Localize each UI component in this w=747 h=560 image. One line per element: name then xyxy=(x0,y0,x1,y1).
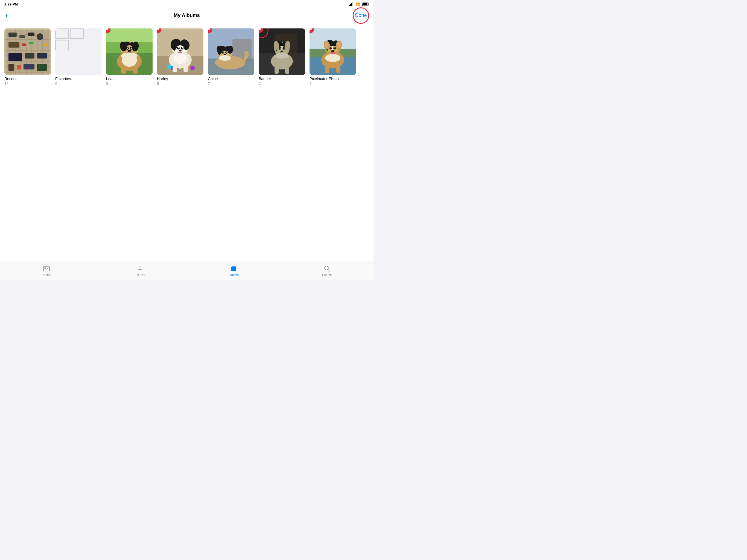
svg-point-63 xyxy=(121,52,137,59)
album-count-banner: 2 xyxy=(259,81,305,85)
tab-search[interactable]: Search xyxy=(315,263,338,279)
svg-point-105 xyxy=(219,55,231,61)
svg-point-59 xyxy=(128,50,131,52)
album-thumbnail-favorites xyxy=(55,28,102,75)
album-item-chloe[interactable]: − xyxy=(208,28,254,85)
page-title: My Albums xyxy=(174,12,200,18)
svg-rect-6 xyxy=(368,4,369,5)
tab-albums-label: Albums xyxy=(229,273,239,276)
svg-line-159 xyxy=(328,269,330,271)
album-count-pixelmator: 2 xyxy=(310,81,356,85)
svg-rect-41 xyxy=(24,64,34,70)
svg-rect-88 xyxy=(173,66,177,72)
svg-rect-125 xyxy=(259,28,305,75)
svg-rect-7 xyxy=(363,3,367,5)
album-name-leah: Leah xyxy=(106,77,153,81)
photos-icon xyxy=(43,265,50,272)
album-name-favorites: Favorites xyxy=(55,77,102,81)
svg-rect-39 xyxy=(8,64,14,71)
album-name-harley: Harley xyxy=(157,77,203,81)
done-button[interactable]: Done xyxy=(353,7,369,24)
svg-point-151 xyxy=(139,266,141,268)
album-thumbnail-recents xyxy=(4,28,51,75)
album-thumbnail-leah: − xyxy=(106,28,153,75)
album-thumbnail-banner: − xyxy=(259,28,305,75)
albums-grid: Recents 34 Favorites 0 xyxy=(4,28,369,85)
svg-point-83 xyxy=(179,50,182,52)
svg-point-82 xyxy=(182,47,183,48)
album-count-chloe: 7 xyxy=(208,81,254,85)
album-item-pixelmator[interactable]: − xyxy=(310,28,356,85)
svg-rect-64 xyxy=(121,67,126,74)
status-bar: 2:29 PM 📶 xyxy=(0,0,374,8)
svg-point-138 xyxy=(331,47,332,48)
album-count-leah: 8 xyxy=(106,81,153,85)
svg-point-146 xyxy=(325,54,340,62)
album-name-pixelmator: Pixelmator Photo xyxy=(310,77,356,81)
svg-rect-29 xyxy=(28,32,34,36)
svg-line-154 xyxy=(138,265,138,266)
svg-point-81 xyxy=(178,47,179,48)
svg-rect-32 xyxy=(22,44,26,46)
favorites-placeholder xyxy=(55,28,102,50)
tab-albums[interactable]: Albums xyxy=(222,263,245,279)
svg-point-58 xyxy=(131,48,132,49)
albums-icon xyxy=(230,265,237,272)
svg-text:📶: 📶 xyxy=(356,2,360,6)
svg-rect-31 xyxy=(8,42,19,48)
tab-bar: Photos For You Albums Search xyxy=(0,261,374,280)
svg-rect-36 xyxy=(8,53,22,61)
main-content: Recents 34 Favorites 0 xyxy=(0,23,374,261)
svg-rect-48 xyxy=(106,28,153,42)
svg-rect-42 xyxy=(37,64,47,71)
svg-rect-147 xyxy=(325,66,329,73)
wifi-icon: 📶 xyxy=(356,2,361,6)
svg-point-100 xyxy=(223,52,224,53)
svg-rect-33 xyxy=(29,42,33,44)
album-count-favorites: 0 xyxy=(55,81,102,85)
album-item-recents[interactable]: Recents 34 xyxy=(4,28,51,85)
svg-rect-89 xyxy=(183,66,188,72)
svg-rect-37 xyxy=(25,53,34,58)
album-count-recents: 34 xyxy=(4,81,51,85)
svg-point-139 xyxy=(334,47,335,48)
album-item-leah[interactable]: − xyxy=(106,28,153,85)
svg-rect-28 xyxy=(19,35,25,38)
svg-point-72 xyxy=(190,66,195,70)
svg-point-57 xyxy=(127,48,128,49)
svg-line-153 xyxy=(141,265,142,266)
foryou-icon xyxy=(136,265,144,272)
album-name-recents: Recents xyxy=(4,77,51,81)
album-count-harley: 5 xyxy=(157,81,203,85)
svg-point-87 xyxy=(173,53,187,64)
svg-rect-38 xyxy=(37,53,47,58)
svg-rect-35 xyxy=(43,44,47,46)
svg-point-101 xyxy=(226,52,227,53)
svg-point-140 xyxy=(331,50,334,52)
battery-icon xyxy=(362,2,369,6)
svg-rect-148 xyxy=(336,66,340,73)
album-item-favorites[interactable]: Favorites 0 xyxy=(55,28,102,85)
status-icons: 📶 xyxy=(349,2,369,6)
svg-point-73 xyxy=(167,65,172,69)
tab-photos-label: Photos xyxy=(42,273,51,276)
tab-photos[interactable]: Photos xyxy=(35,263,58,279)
svg-point-30 xyxy=(36,33,43,40)
tab-foryou[interactable]: For You xyxy=(128,263,152,279)
svg-rect-40 xyxy=(17,65,21,70)
svg-rect-156 xyxy=(232,266,236,267)
album-thumbnail-harley: − xyxy=(157,28,203,75)
album-item-harley[interactable]: − xyxy=(157,28,203,85)
svg-line-44 xyxy=(25,34,28,34)
signal-icon xyxy=(349,2,354,6)
album-item-banner[interactable]: − xyxy=(259,28,305,85)
album-thumbnail-chloe: − xyxy=(208,28,254,75)
svg-rect-27 xyxy=(8,32,17,36)
svg-rect-3 xyxy=(353,2,353,6)
add-album-button[interactable]: + xyxy=(4,12,8,19)
svg-rect-2 xyxy=(351,3,352,6)
album-thumbnail-pixelmator: − xyxy=(310,28,356,75)
svg-rect-65 xyxy=(133,67,137,74)
album-name-banner: Banner xyxy=(259,77,305,81)
svg-rect-155 xyxy=(231,267,236,271)
